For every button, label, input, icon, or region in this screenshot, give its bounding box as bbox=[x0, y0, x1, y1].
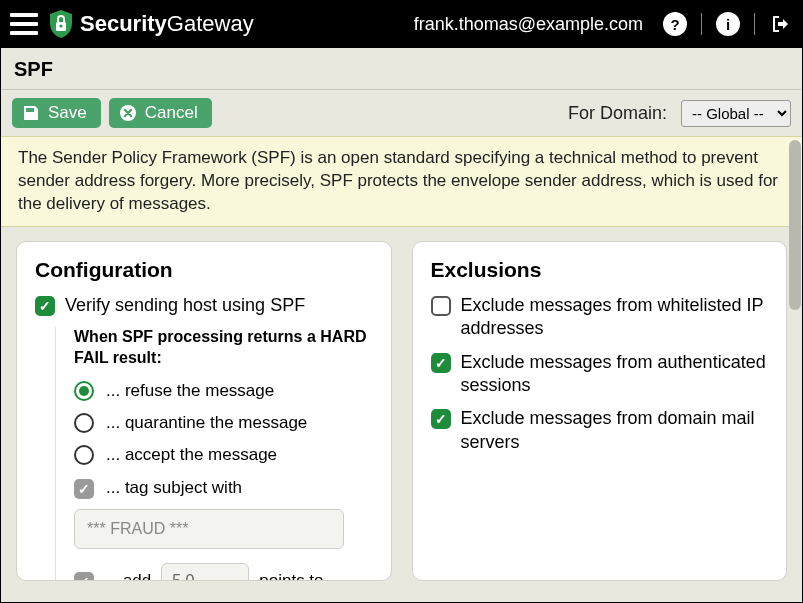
svg-point-1 bbox=[59, 24, 62, 27]
tag-subject-label: ... tag subject with bbox=[106, 478, 242, 498]
exclusion-whitelist-row[interactable]: Exclude messages from whitelisted IP add… bbox=[431, 294, 769, 341]
domain-label: For Domain: bbox=[568, 103, 667, 124]
cancel-button[interactable]: Cancel bbox=[109, 98, 212, 128]
tag-subject-checkbox[interactable] bbox=[74, 479, 94, 499]
verify-spf-label: Verify sending host using SPF bbox=[65, 294, 373, 317]
add-points-checkbox[interactable] bbox=[74, 572, 94, 581]
exclusion-auth-checkbox[interactable] bbox=[431, 353, 451, 373]
exclusion-whitelist-checkbox[interactable] bbox=[431, 296, 451, 316]
radio-refuse[interactable] bbox=[74, 381, 94, 401]
domain-select[interactable]: -- Global -- bbox=[681, 100, 791, 127]
exclusion-domainmail-checkbox[interactable] bbox=[431, 409, 451, 429]
menu-icon[interactable] bbox=[10, 13, 38, 35]
info-banner: The Sender Policy Framework (SPF) is an … bbox=[0, 136, 803, 227]
configuration-heading: Configuration bbox=[35, 258, 373, 282]
divider bbox=[754, 13, 755, 35]
hardfail-block: When SPF processing returns a HARD FAIL … bbox=[55, 327, 373, 581]
logout-icon[interactable] bbox=[769, 12, 793, 36]
radio-quarantine-label: ... quarantine the message bbox=[106, 413, 307, 433]
page-title: SPF bbox=[0, 48, 803, 90]
configuration-card: Configuration Verify sending host using … bbox=[16, 241, 392, 581]
option-add-points[interactable]: ... add points to bbox=[74, 563, 373, 581]
add-points-suffix: points to bbox=[259, 571, 323, 581]
exclusions-heading: Exclusions bbox=[431, 258, 769, 282]
logo-text-bold: Security bbox=[80, 11, 167, 36]
option-quarantine[interactable]: ... quarantine the message bbox=[74, 413, 373, 433]
save-button-label: Save bbox=[48, 103, 87, 123]
shield-lock-icon bbox=[48, 9, 74, 39]
exclusion-domainmail-row[interactable]: Exclude messages from domain mail server… bbox=[431, 407, 769, 454]
radio-refuse-label: ... refuse the message bbox=[106, 381, 274, 401]
help-icon[interactable]: ? bbox=[663, 12, 687, 36]
exclusion-domainmail-label: Exclude messages from domain mail server… bbox=[461, 407, 769, 454]
points-input[interactable] bbox=[161, 563, 249, 581]
divider bbox=[701, 13, 702, 35]
app-header: SecurityGateway frank.thomas@example.com… bbox=[0, 0, 803, 48]
add-points-prefix: ... add bbox=[104, 571, 151, 581]
option-tag-subject[interactable]: ... tag subject with bbox=[74, 477, 373, 499]
verify-spf-checkbox[interactable] bbox=[35, 296, 55, 316]
save-icon bbox=[22, 104, 40, 122]
cancel-button-label: Cancel bbox=[145, 103, 198, 123]
exclusion-auth-row[interactable]: Exclude messages from authenticated sess… bbox=[431, 351, 769, 398]
radio-accept[interactable] bbox=[74, 445, 94, 465]
cancel-icon bbox=[119, 104, 137, 122]
radio-accept-label: ... accept the message bbox=[106, 445, 277, 465]
option-refuse[interactable]: ... refuse the message bbox=[74, 381, 373, 401]
verify-spf-row[interactable]: Verify sending host using SPF bbox=[35, 294, 373, 317]
option-accept[interactable]: ... accept the message bbox=[74, 445, 373, 465]
current-user-email[interactable]: frank.thomas@example.com bbox=[414, 14, 643, 35]
exclusion-auth-label: Exclude messages from authenticated sess… bbox=[461, 351, 769, 398]
about-icon[interactable]: i bbox=[716, 12, 740, 36]
app-logo: SecurityGateway bbox=[48, 9, 254, 39]
tag-subject-input[interactable] bbox=[74, 509, 344, 549]
main-content: Configuration Verify sending host using … bbox=[0, 227, 803, 595]
save-button[interactable]: Save bbox=[12, 98, 101, 128]
radio-quarantine[interactable] bbox=[74, 413, 94, 433]
toolbar: Save Cancel For Domain: -- Global -- bbox=[0, 90, 803, 136]
exclusion-whitelist-label: Exclude messages from whitelisted IP add… bbox=[461, 294, 769, 341]
scrollbar-thumb[interactable] bbox=[789, 140, 801, 310]
exclusions-card: Exclusions Exclude messages from whiteli… bbox=[412, 241, 788, 581]
hardfail-heading: When SPF processing returns a HARD FAIL … bbox=[74, 327, 373, 369]
logo-text-light: Gateway bbox=[167, 11, 254, 36]
